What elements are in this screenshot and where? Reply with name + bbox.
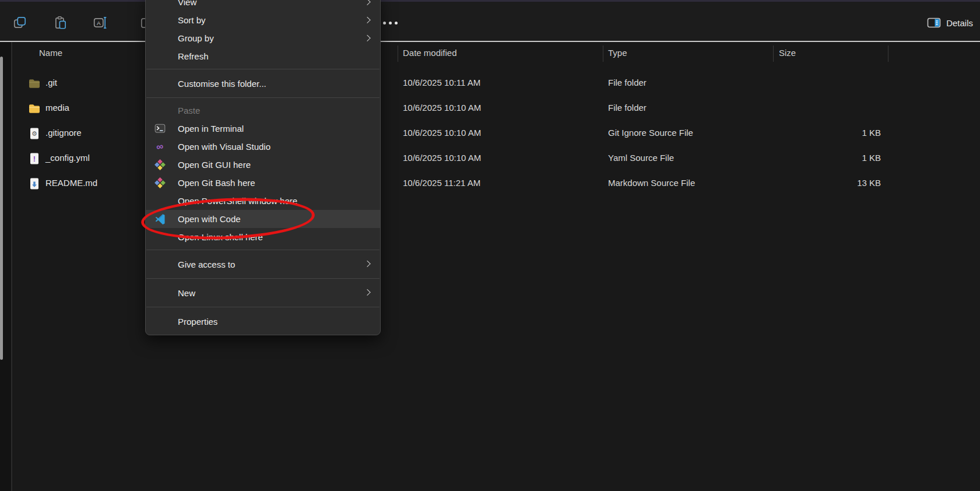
dot xyxy=(389,22,392,24)
file-name: _config.yml xyxy=(45,153,90,163)
hidden-folder-icon xyxy=(28,77,41,90)
menu-item-sort-by[interactable]: Sort by xyxy=(146,11,380,29)
file-size: 13 KB xyxy=(779,178,881,188)
menu-item-label: Give access to xyxy=(178,259,235,269)
details-pane-icon xyxy=(927,16,941,29)
details-label: Details xyxy=(946,18,973,28)
menu-item-open-git-gui-here[interactable]: Open Git GUI here xyxy=(146,156,380,174)
dot xyxy=(395,22,398,24)
menu-item-label: Open with Visual Studio xyxy=(178,142,271,152)
menu-item-label: Group by xyxy=(178,33,214,43)
menu-item-label: Refresh xyxy=(178,51,209,61)
menu-item-label: Open Linux shell here xyxy=(178,232,263,242)
see-more-icon[interactable] xyxy=(383,16,405,30)
menu-item-open-git-bash-here[interactable]: Open Git Bash here xyxy=(146,174,380,192)
file-type: Git Ignore Source File xyxy=(608,128,693,138)
git-icon xyxy=(153,177,166,189)
git-icon xyxy=(153,159,166,171)
file-size: 1 KB xyxy=(779,128,881,138)
file-type: File folder xyxy=(608,78,647,87)
copy-icon[interactable] xyxy=(12,15,28,31)
menu-separator xyxy=(146,307,380,307)
menu-item-open-with-visual-studio[interactable]: ∞Open with Visual Studio xyxy=(146,138,380,156)
menu-separator xyxy=(146,69,380,69)
menu-item-label: Open with Code xyxy=(178,214,241,224)
menu-item-view[interactable]: View xyxy=(146,0,380,11)
file-name: .git xyxy=(45,78,57,87)
menu-item-group-by[interactable]: Group by xyxy=(146,29,380,47)
menu-separator xyxy=(146,278,380,279)
submenu-chevron-icon xyxy=(364,289,370,296)
menu-item-open-powershell-window-here[interactable]: Open PowerShell window here xyxy=(146,192,380,210)
file-name: media xyxy=(45,103,69,113)
svg-text:A: A xyxy=(97,20,101,26)
menu-item-label: Open PowerShell window here xyxy=(178,196,297,206)
menu-item-customise-this-folder[interactable]: Customise this folder... xyxy=(146,73,380,94)
menu-item-label: Sort by xyxy=(178,15,206,25)
context-menu: ViewSort byGroup byRefreshCustomise this… xyxy=(145,0,381,335)
column-divider[interactable] xyxy=(773,45,774,62)
menu-item-label: New xyxy=(178,288,195,298)
paste-icon[interactable] xyxy=(52,15,69,31)
gitignore-file-icon: ⚙ xyxy=(28,127,41,140)
file-date-modified: 10/6/2025 11:21 AM xyxy=(403,178,480,188)
menu-separator xyxy=(146,250,380,250)
menu-item-refresh[interactable]: Refresh xyxy=(146,47,380,65)
rename-icon[interactable]: A xyxy=(92,15,108,31)
menu-item-label: Open in Terminal xyxy=(178,124,244,134)
file-type: Markdown Source File xyxy=(608,178,695,188)
menu-separator xyxy=(146,97,380,98)
menu-item-label: Paste xyxy=(178,106,200,115)
file-date-modified: 10/6/2025 10:10 AM xyxy=(403,103,481,113)
menu-item-new[interactable]: New xyxy=(146,282,380,303)
svg-text:⚙: ⚙ xyxy=(31,130,37,137)
svg-text:!: ! xyxy=(33,155,36,163)
file-name: README.md xyxy=(45,178,97,188)
menu-item-open-linux-shell-here[interactable]: Open Linux shell here xyxy=(146,228,380,246)
column-header-size[interactable]: Size xyxy=(779,48,796,58)
yaml-file-icon: ! xyxy=(28,152,41,165)
column-divider[interactable] xyxy=(603,45,603,62)
menu-item-open-in-terminal[interactable]: Open in Terminal xyxy=(146,120,380,138)
visual-studio-icon: ∞ xyxy=(153,141,166,153)
menu-item-label: Properties xyxy=(178,317,217,327)
column-divider[interactable] xyxy=(398,45,398,62)
markdown-file-icon xyxy=(28,177,41,190)
menu-item-give-access-to[interactable]: Give access to xyxy=(146,254,380,275)
file-date-modified: 10/6/2025 10:11 AM xyxy=(403,78,480,87)
submenu-chevron-icon xyxy=(364,0,370,5)
menu-item-paste: Paste xyxy=(146,101,380,120)
menu-item-properties[interactable]: Properties xyxy=(146,311,380,332)
menu-item-label: Open Git Bash here xyxy=(178,178,255,188)
file-date-modified: 10/6/2025 10:10 AM xyxy=(403,128,481,138)
details-view-button[interactable]: Details xyxy=(927,15,973,31)
file-type: File folder xyxy=(608,103,647,113)
menu-item-label: Customise this folder... xyxy=(178,79,266,89)
vscode-icon xyxy=(153,213,166,225)
column-header-date-modified[interactable]: Date modified xyxy=(403,48,457,58)
column-divider[interactable] xyxy=(888,45,888,62)
dot xyxy=(383,22,386,24)
submenu-chevron-icon xyxy=(364,261,370,267)
folder-icon xyxy=(28,102,41,115)
column-header-name[interactable]: Name xyxy=(39,48,62,58)
menu-item-label: Open Git GUI here xyxy=(178,160,251,170)
file-type: Yaml Source File xyxy=(608,153,674,163)
terminal-icon xyxy=(153,123,166,135)
file-size: 1 KB xyxy=(779,153,881,163)
file-date-modified: 10/6/2025 10:10 AM xyxy=(403,153,481,163)
menu-item-open-with-code[interactable]: Open with Code xyxy=(146,210,380,228)
file-name: .gitignore xyxy=(45,128,82,138)
submenu-chevron-icon xyxy=(364,34,370,41)
menu-item-label: View xyxy=(178,0,196,7)
submenu-chevron-icon xyxy=(364,16,370,23)
column-header-type[interactable]: Type xyxy=(608,48,627,58)
